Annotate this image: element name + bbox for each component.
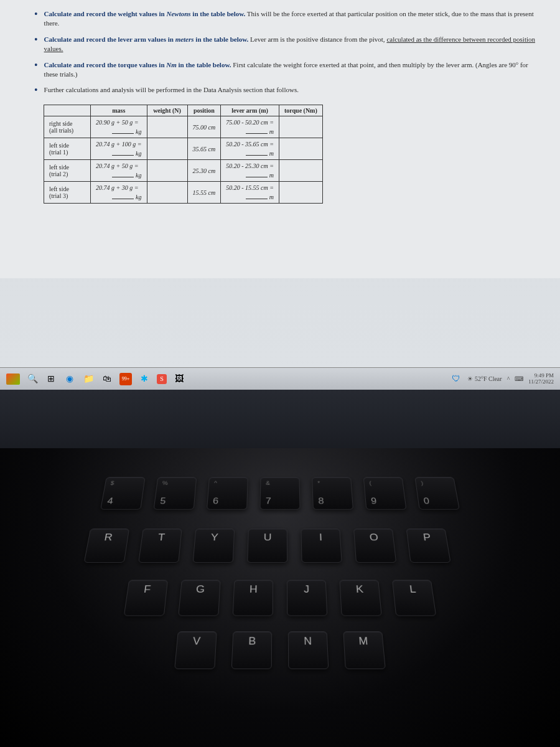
bullet-text: Calculate and record the lever arm value… [44, 35, 541, 54]
m-blank: m [221, 192, 279, 204]
app-icon-2[interactable]: 🖼 [173, 373, 185, 385]
security-icon[interactable]: 🛡 [450, 373, 462, 385]
th-position: position [187, 105, 221, 116]
mass-eq: 20.74 g + 100 g = [91, 138, 147, 149]
app-icon[interactable]: S [157, 374, 167, 384]
lever-eq: 50.20 - 15.55 cm = [221, 182, 279, 193]
document-screen: • Calculate and record the weight values… [0, 0, 560, 278]
key-N: N [288, 631, 329, 669]
start-icon[interactable] [6, 374, 20, 385]
position-cell: 75.00 cm [187, 116, 221, 138]
torque-cell [279, 160, 322, 182]
keyboard-icon[interactable]: ⌨ [515, 375, 523, 382]
th-mass: mass [91, 105, 147, 116]
position-cell: 35.65 cm [187, 138, 221, 160]
table-row: left side(trial 1) 20.74 g + 100 g = 35.… [44, 138, 323, 149]
bullet-2: • Calculate and record the lever arm val… [31, 35, 541, 54]
lever-eq: 50.20 - 35.65 cm = [221, 138, 279, 149]
row-label: right side(all trials) [44, 116, 91, 138]
kg-blank: kg [91, 127, 147, 138]
task-view-icon[interactable]: ⊞ [45, 373, 57, 385]
table-row: left side(trial 3) 20.74 g + 30 g = 15.5… [44, 182, 323, 193]
mass-eq: 20.90 g + 50 g = [91, 116, 147, 128]
position-cell: 25.30 cm [187, 160, 221, 182]
key-8: *8 [312, 477, 353, 509]
key-9: (9 [363, 477, 407, 509]
bullet-icon: • [34, 9, 38, 29]
chevron-up-icon[interactable]: ^ [507, 375, 510, 382]
torque-cell [279, 116, 322, 138]
weather-widget[interactable]: ☀ 52°F Clear [467, 375, 502, 382]
mass-eq: 20.74 g + 50 g = [91, 160, 147, 171]
key-F: F [124, 580, 168, 616]
key-6: ^6 [207, 477, 248, 509]
key-I: I [301, 529, 342, 563]
key-row-2: FGHJKL [0, 580, 560, 616]
kg-blank: kg [91, 171, 147, 182]
key-L: L [392, 580, 436, 616]
key-U: U [247, 529, 287, 563]
weight-cell [147, 138, 187, 160]
key-row-numbers: $4%5^6&7*8(9)0 [0, 477, 560, 509]
bullet-4: • Further calculations and analysis will… [31, 85, 541, 95]
table-header-row: mass weight (N) position lever arm (m) t… [44, 105, 323, 116]
key-4: $4 [100, 477, 146, 509]
key-M: M [343, 631, 386, 669]
key-J: J [287, 580, 327, 616]
key-row-3: VBNM [0, 631, 560, 669]
mass-eq: 20.74 g + 30 g = [91, 182, 147, 193]
bullet-text: Further calculations and analysis will b… [44, 85, 541, 95]
m-blank: m [221, 171, 279, 182]
torque-cell [279, 138, 322, 160]
bullet-1: • Calculate and record the weight values… [31, 9, 541, 29]
key-V: V [174, 631, 217, 669]
row-label: left side(trial 3) [44, 182, 91, 204]
taskbar-left: 🔍 ⊞ ◉ 📁 🛍 99+ ✱ S 🖼 [6, 373, 185, 385]
groupme-icon[interactable]: ✱ [138, 373, 151, 385]
edge-icon[interactable]: ◉ [63, 373, 76, 385]
bullet-3: • Calculate and record the torque values… [31, 60, 541, 80]
data-table: mass weight (N) position lever arm (m) t… [44, 105, 323, 204]
key-Y: Y [193, 529, 235, 563]
key-7: &7 [259, 477, 300, 509]
key-H: H [233, 580, 273, 616]
table-row: right side(all trials) 20.90 g + 50 g = … [44, 116, 323, 128]
th-lever: lever arm (m) [221, 105, 279, 116]
kg-blank: kg [91, 149, 147, 160]
windows-taskbar[interactable]: 🔍 ⊞ ◉ 📁 🛍 99+ ✱ S 🖼 🛡 ☀ 52°F Clear ^ ⌨ 9… [0, 367, 560, 390]
clock[interactable]: 9:49 PM 11/27/2022 [528, 373, 554, 385]
bullet-icon: • [34, 35, 38, 54]
row-label: left side(trial 1) [44, 138, 91, 160]
lever-eq: 50.20 - 25.30 cm = [221, 160, 279, 171]
position-cell: 15.55 cm [187, 182, 221, 204]
bullet-icon: • [34, 60, 38, 80]
taskbar-right: 🛡 ☀ 52°F Clear ^ ⌨ 9:49 PM 11/27/2022 [450, 373, 554, 385]
mail-icon[interactable]: 99+ [119, 373, 132, 385]
key-P: P [406, 529, 451, 563]
key-G: G [178, 580, 220, 616]
bullet-text: Calculate and record the torque values i… [44, 60, 541, 80]
th-weight: weight (N) [147, 105, 187, 116]
key-B: B [231, 631, 273, 669]
key-0: )0 [414, 477, 460, 509]
bullet-text: Calculate and record the weight values i… [44, 9, 541, 29]
th-blank [44, 105, 91, 116]
store-icon[interactable]: 🛍 [101, 373, 113, 385]
key-O: O [353, 529, 396, 563]
row-label: left side(trial 2) [44, 160, 91, 182]
lever-eq: 75.00 - 50.20 cm = [221, 116, 279, 128]
key-row-1: RTYUIOP [0, 529, 560, 563]
key-5: %5 [154, 477, 197, 509]
instruction-list: • Calculate and record the weight values… [31, 9, 541, 95]
key-R: R [84, 529, 129, 563]
weight-cell [147, 160, 187, 182]
table-row: left side(trial 2) 20.74 g + 50 g = 25.3… [44, 160, 323, 171]
torque-cell [279, 182, 322, 204]
search-icon[interactable]: 🔍 [26, 373, 39, 385]
weight-cell [147, 116, 187, 138]
explorer-icon[interactable]: 📁 [82, 373, 95, 385]
th-torque: torque (Nm) [279, 105, 322, 116]
m-blank: m [221, 149, 279, 160]
m-blank: m [221, 127, 279, 138]
kg-blank: kg [91, 192, 147, 204]
